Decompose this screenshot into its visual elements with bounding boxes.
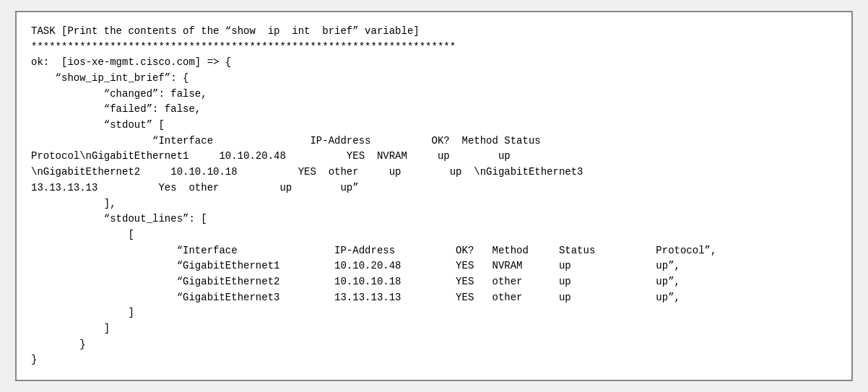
code-output: TASK [Print the contents of the “show ip… <box>31 24 837 368</box>
terminal-container: TASK [Print the contents of the “show ip… <box>15 11 853 381</box>
